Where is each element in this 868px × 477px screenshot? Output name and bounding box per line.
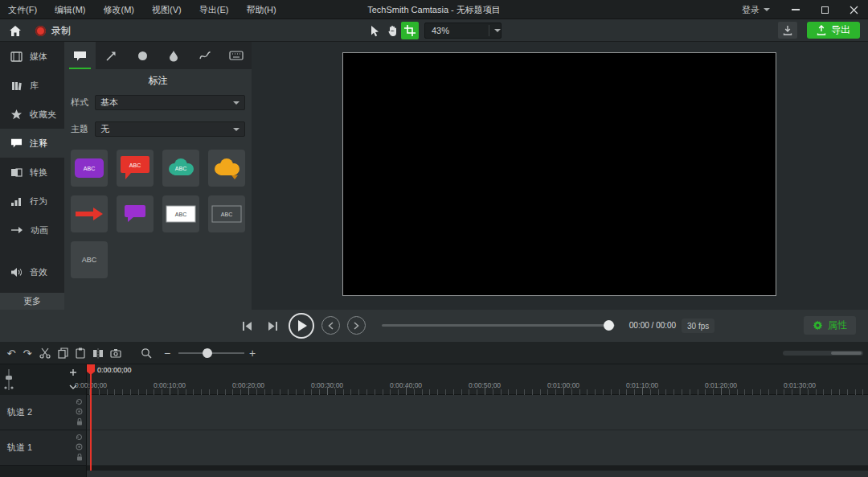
home-button[interactable]: [6, 22, 24, 39]
export-button[interactable]: 导出: [807, 22, 860, 39]
previous-frame-button[interactable]: [238, 317, 256, 335]
zoom-in-button[interactable]: +: [246, 347, 259, 360]
menu-modify[interactable]: 修改(M): [104, 4, 135, 16]
download-button[interactable]: [778, 22, 797, 39]
sidebar-item-media[interactable]: 媒体: [0, 42, 64, 71]
timeline-bottom-scrollbar[interactable]: [87, 471, 868, 477]
theme-row: 主题 无: [71, 121, 245, 137]
jump-back-button[interactable]: [321, 316, 340, 335]
sidebar-item-library[interactable]: 库: [0, 71, 64, 100]
scrollbar-thumb[interactable]: [831, 352, 862, 355]
chevron-down-icon: [764, 8, 770, 11]
playhead-handle[interactable]: [87, 364, 95, 372]
paste-button[interactable]: [74, 347, 87, 360]
sidebar-more-button[interactable]: 更多: [0, 293, 64, 310]
add-track-button[interactable]: [66, 367, 80, 378]
split-button[interactable]: [92, 347, 104, 360]
record-label: 录制: [51, 24, 71, 38]
download-icon: [783, 25, 792, 35]
maximize-button[interactable]: [810, 0, 839, 19]
play-button[interactable]: [289, 313, 314, 339]
properties-button[interactable]: 属性: [804, 316, 856, 335]
sidebar-item-transitions[interactable]: 转换: [0, 158, 64, 187]
playhead-time: 0:00:00;00: [97, 366, 132, 374]
track-label: 轨道 2: [7, 406, 32, 418]
arrow-tab-icon: [105, 50, 117, 62]
playhead[interactable]: [90, 364, 92, 471]
arrow-shape: [74, 205, 104, 223]
redo-button[interactable]: ↷: [21, 347, 34, 360]
callout-thumb-speech-bubble[interactable]: ABC: [117, 150, 154, 187]
transition-icon: [10, 167, 23, 178]
jump-forward-button[interactable]: [347, 316, 366, 335]
collapse-tracks-button[interactable]: [66, 381, 80, 393]
tab-keystrokes[interactable]: [220, 42, 252, 69]
track-1-header[interactable]: 轨道 1: [0, 430, 87, 466]
minimize-button[interactable]: [781, 0, 810, 19]
next-frame-icon: [267, 321, 279, 331]
seek-slider[interactable]: [382, 324, 615, 327]
callout-thumb-rounded-rect[interactable]: ABC: [71, 150, 108, 187]
sidebar-item-audio-effects[interactable]: 音效: [0, 257, 64, 286]
menu-edit[interactable]: 编辑(M): [55, 4, 86, 16]
tab-blur[interactable]: [158, 42, 189, 69]
callout-thumb-arrow[interactable]: [71, 195, 108, 232]
tab-shapes[interactable]: [127, 42, 158, 69]
callout-thumb-text-box[interactable]: ABC: [162, 195, 199, 232]
annotations-panel: 标注 样式 基本 主题 无 ABC ABC: [64, 42, 252, 310]
cut-button[interactable]: [39, 347, 51, 360]
crop-tool-button[interactable]: [401, 22, 419, 39]
loop-icon[interactable]: [76, 434, 83, 441]
menu-export[interactable]: 导出(E): [199, 4, 229, 16]
timeline-zoom-button[interactable]: [140, 347, 153, 360]
callout-thumb-cloud-orange[interactable]: [208, 150, 245, 187]
sidebar-item-annotations[interactable]: 注释: [0, 129, 64, 158]
lock-icon[interactable]: [76, 453, 83, 461]
callout-thumb-plain-text[interactable]: ABC: [71, 241, 108, 278]
next-frame-button[interactable]: [264, 317, 281, 335]
canvas-area[interactable]: [252, 42, 868, 310]
track-height-slider[interactable]: [3, 368, 14, 392]
toggle-visibility-icon[interactable]: [76, 408, 83, 415]
annotation-tabs: [64, 42, 252, 69]
sidebar-item-behaviors[interactable]: 行为: [0, 187, 64, 216]
fps-indicator[interactable]: 30 fps: [682, 319, 714, 333]
menu-help[interactable]: 帮助(H): [246, 4, 276, 16]
track-row: 轨道 1: [0, 430, 868, 466]
track-1-lane[interactable]: [87, 430, 868, 466]
outline-box-shape: [211, 205, 242, 223]
close-button[interactable]: [839, 0, 868, 19]
sidebar-item-favorites[interactable]: 收藏夹: [0, 100, 64, 129]
callout-thumb-outline-text[interactable]: ABC: [208, 195, 245, 232]
style-dropdown[interactable]: 基本: [95, 95, 245, 110]
toggle-visibility-icon[interactable]: [76, 443, 83, 450]
seek-slider-handle[interactable]: [604, 320, 614, 331]
pan-tool-button[interactable]: [383, 22, 401, 39]
pointer-tool-button[interactable]: [366, 22, 383, 39]
tab-callouts[interactable]: [64, 42, 96, 69]
video-preview[interactable]: [342, 52, 776, 296]
loop-icon[interactable]: [76, 398, 83, 405]
callout-thumb-bubble-purple[interactable]: [117, 195, 154, 232]
timeline-horizontal-scrollbar[interactable]: [783, 351, 863, 356]
tab-sketch-motion[interactable]: [189, 42, 220, 69]
track-2-header[interactable]: 轨道 2: [0, 395, 87, 430]
menu-file[interactable]: 文件(F): [8, 4, 37, 16]
timeline-zoom-handle[interactable]: [203, 348, 212, 358]
snapshot-button[interactable]: [109, 347, 122, 360]
menu-bar: 文件(F) 编辑(M) 修改(M) 视图(V) 导出(E) 帮助(H) Tech…: [0, 0, 868, 19]
zoom-select[interactable]: 43%: [424, 23, 502, 39]
menu-view[interactable]: 视图(V): [152, 4, 182, 16]
track-2-lane[interactable]: [87, 395, 868, 430]
timeline-toolbar: ↶ ↷ − +: [0, 342, 868, 364]
copy-button[interactable]: [56, 347, 69, 360]
lock-icon[interactable]: [76, 417, 83, 426]
theme-dropdown[interactable]: 无: [95, 121, 245, 137]
sidebar-item-animations[interactable]: 动画: [0, 216, 64, 245]
callout-thumb-cloud-teal[interactable]: ABC: [162, 150, 199, 187]
zoom-out-button[interactable]: −: [161, 347, 174, 360]
login-button[interactable]: 登录: [742, 4, 770, 16]
record-button[interactable]: 录制: [35, 24, 71, 38]
tab-arrows[interactable]: [96, 42, 127, 69]
undo-button[interactable]: ↶: [5, 347, 18, 360]
